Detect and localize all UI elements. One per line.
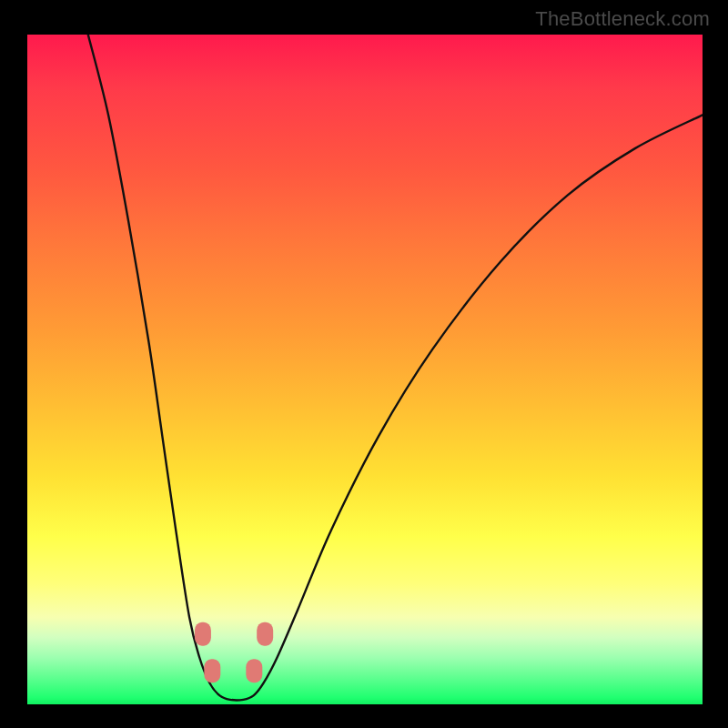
- bottleneck-curve: [88, 35, 703, 700]
- chart-container: TheBottleneck.com: [0, 0, 728, 728]
- curve-marker-3: [257, 622, 273, 646]
- plot-area: [27, 35, 703, 704]
- curve-marker-2: [246, 659, 262, 682]
- marker-group: [195, 622, 273, 682]
- curve-marker-0: [195, 622, 211, 646]
- curve-marker-1: [204, 659, 220, 682]
- curve-layer: [27, 35, 703, 704]
- attribution-label: TheBottleneck.com: [535, 7, 710, 31]
